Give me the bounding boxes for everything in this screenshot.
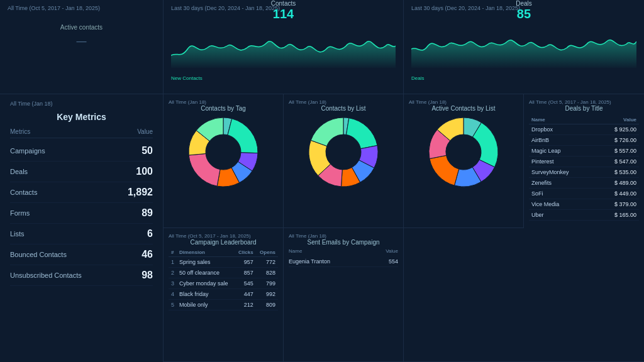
metric-label: Forms (10, 209, 30, 217)
metric-row: Forms89 (10, 203, 153, 224)
value-col-label: Value (137, 128, 153, 135)
metrics-col-label: Metrics (10, 128, 30, 135)
table-row: Pinterest$ 547.00 (529, 156, 639, 167)
list-item: Eugenia Tranton554 (289, 256, 398, 267)
metric-row: Unsubscribed Contacts98 (10, 265, 153, 286)
metric-label: Lists (10, 230, 25, 238)
metric-row: Contacts1,892 (10, 182, 153, 203)
deals-value-col: Value (596, 116, 639, 124)
sent-emails-rows: Eugenia Tranton554 (289, 256, 398, 267)
active-contacts-label: Active contacts (8, 24, 155, 31)
campaign-leaderboard-cell: All Time (Oct 5, 2017 - Jan 18, 2025) Ca… (164, 228, 284, 362)
metric-value: 100 (136, 166, 153, 177)
deals-chart-overlay: Deals 85 (516, 0, 532, 21)
metric-label: Contacts (10, 189, 37, 196)
contacts-by-list-donut (289, 114, 398, 190)
left-panel-date: All Time (Jan 18) (10, 101, 153, 107)
metric-row: Campaigns50 (10, 141, 153, 162)
lb-dim-col: Dimension (177, 248, 235, 257)
sent-emails-inner: Name Value Eugenia Tranton554 (289, 248, 398, 267)
top-contacts-chart-card: Last 30 days (Dec 20, 2024 - Jan 18, 202… (164, 0, 404, 94)
sent-emails-header: Name Value (289, 248, 398, 254)
table-row: 5Mobile only212809 (169, 300, 278, 310)
deals-name-col: Name (529, 116, 596, 124)
active-contacts-by-list-svg (423, 111, 504, 193)
deals-by-title-cell: All Time (Oct 5, 2017 - Jan 18, 2025) De… (524, 94, 644, 362)
table-row: SurveyMonkey$ 535.00 (529, 167, 639, 178)
sent-emails-date: All Time (Jan 18) (289, 233, 398, 239)
leaderboard-table: # Dimension Clicks Opens 1Spring sales95… (169, 248, 278, 310)
sent-emails-value-col: Value (386, 248, 398, 254)
lb-opens-col: Opens (256, 248, 278, 257)
top-left-date: All Time (Oct 5, 2017 - Jan 18, 2025) (8, 5, 155, 11)
top-charts: All Time (Oct 5, 2017 - Jan 18, 2025) Ac… (0, 0, 644, 94)
left-panel: All Time (Jan 18) Key Metrics Metrics Va… (0, 94, 164, 362)
right-panel: All Time (Jan 18) Contacts by Tag All Ti… (164, 94, 644, 362)
top-deals-chart-card: Last 30 days (Dec 20, 2024 - Jan 18, 202… (404, 0, 644, 94)
contacts-sparkline (171, 24, 396, 68)
contacts-value: 114 (271, 7, 296, 21)
active-contacts-by-list-cell: All Time (Jan 18) Active Contacts by Lis… (404, 94, 524, 228)
deals-label: Deals (516, 0, 532, 7)
deals-by-title-date: All Time (Oct 5, 2017 - Jan 18, 2025) (529, 99, 639, 105)
metric-row: Lists6 (10, 224, 153, 244)
contacts-by-tag-cell: All Time (Jan 18) Contacts by Tag (164, 94, 284, 228)
empty-cell (404, 228, 524, 362)
metric-row: Bounced Contacts46 (10, 244, 153, 265)
sent-emails-title: Sent Emails by Campaign (289, 239, 398, 246)
table-row: 250 off clearance857828 (169, 268, 278, 278)
contacts-by-list-svg (303, 111, 384, 193)
table-row: SoFi$ 449.00 (529, 189, 639, 199)
top-active-contacts-card: All Time (Oct 5, 2017 - Jan 18, 2025) Ac… (0, 0, 164, 94)
metric-rows: Campaigns50Deals100Contacts1,892Forms89L… (10, 141, 153, 286)
sent-emails-cell: All Time (Jan 18) Sent Emails by Campaig… (284, 228, 404, 362)
deals-value: 85 (516, 7, 532, 21)
active-contacts-by-list-donut (409, 114, 518, 190)
table-row: 3Cyber monday sale545799 (169, 278, 278, 289)
metric-value: 6 (147, 228, 153, 239)
metric-label: Unsubscribed Contacts (10, 272, 82, 279)
metric-row: Deals100 (10, 162, 153, 182)
contacts-by-list-date: All Time (Jan 18) (289, 99, 398, 105)
key-metrics-title: Key Metrics (10, 112, 153, 122)
metric-value: 89 (142, 207, 153, 219)
active-contacts-by-list-date: All Time (Jan 18) (409, 99, 518, 105)
table-row: Vice Media$ 379.00 (529, 199, 639, 210)
metric-value: 1,892 (128, 187, 153, 198)
contacts-by-tag-date: All Time (Jan 18) (169, 99, 278, 105)
deals-chart-area (411, 24, 636, 80)
metric-label: Campaigns (10, 147, 45, 155)
leaderboard-date: All Time (Oct 5, 2017 - Jan 18, 2025) (169, 233, 278, 239)
lb-num-col: # (169, 248, 177, 257)
table-row: AirBnB$ 726.00 (529, 135, 639, 146)
table-row: 4Black friday447992 (169, 289, 278, 300)
deals-sparkline (411, 24, 636, 68)
contacts-label: Contacts (271, 0, 296, 7)
metric-label: Deals (10, 168, 28, 175)
deals-by-title-title: Deals by Title (529, 105, 639, 112)
contacts-by-list-cell: All Time (Jan 18) Contacts by List (284, 94, 404, 228)
metric-value: 50 (142, 145, 153, 156)
contacts-chart-overlay: Contacts 114 (271, 0, 296, 21)
table-row: Dropbox$ 925.00 (529, 124, 639, 135)
table-row: 1Spring sales957772 (169, 257, 278, 268)
contacts-by-tag-svg (182, 111, 264, 193)
sent-emails-name-col: Name (289, 248, 302, 254)
active-contacts-dash: — (8, 36, 155, 47)
metrics-header: Metrics Value (10, 128, 153, 138)
lb-clicks-col: Clicks (235, 248, 256, 257)
leaderboard-title: Campaign Leaderboard (169, 239, 278, 246)
deals-table: Name Value Dropbox$ 925.00AirBnB$ 726.00… (529, 116, 639, 221)
contacts-chart-area (171, 24, 396, 80)
metric-label: Bounced Contacts (10, 251, 67, 258)
dashboard: All Time (Oct 5, 2017 - Jan 18, 2025) Ac… (0, 0, 644, 362)
metric-value: 98 (142, 270, 153, 281)
table-row: Magic Leap$ 557.00 (529, 146, 639, 156)
table-row: Zenefits$ 489.00 (529, 178, 639, 189)
table-row: Uber$ 165.00 (529, 210, 639, 221)
metric-value: 46 (142, 249, 153, 260)
contacts-by-tag-donut (169, 114, 278, 190)
